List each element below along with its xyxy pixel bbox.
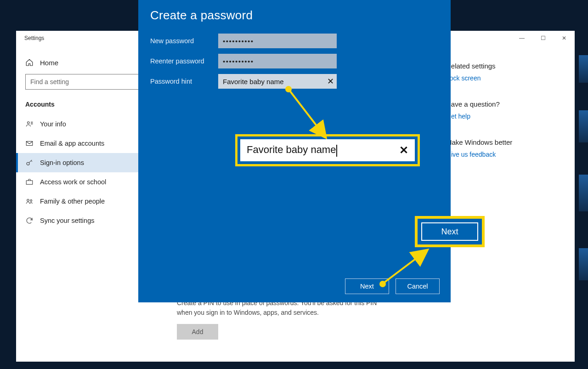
new-password-label: New password [150, 37, 209, 45]
user-icon [25, 120, 34, 128]
annotation-dot [285, 86, 292, 92]
better-heading: Make Windows better [446, 138, 561, 146]
cancel-button[interactable]: Cancel [396, 278, 440, 294]
get-help-link[interactable]: Get help [446, 113, 561, 120]
svg-rect-3 [26, 181, 33, 184]
nav-label: Your info [40, 120, 66, 128]
related-settings-heading: Related settings [446, 62, 561, 70]
callout-hint-text: Favorite baby name [247, 144, 337, 156]
svg-point-2 [27, 162, 29, 165]
nav-label: Family & other people [40, 198, 105, 205]
search-placeholder: Find a setting [30, 78, 149, 85]
annotation-dot [379, 281, 386, 287]
nav-label: Sync your settings [40, 217, 94, 224]
key-icon [25, 159, 34, 167]
svg-rect-1 [26, 142, 33, 146]
mail-icon [25, 139, 34, 148]
nav-label: Sign-in options [40, 159, 84, 166]
briefcase-icon [25, 178, 34, 186]
maximize-button[interactable]: ☐ [532, 31, 554, 45]
feedback-link[interactable]: Give us feedback [446, 151, 561, 158]
reenter-password-input[interactable] [218, 54, 337, 68]
home-label: Home [40, 59, 58, 67]
close-icon: ✕ [399, 144, 408, 157]
clear-hint-icon[interactable]: ✕ [327, 76, 334, 86]
callout-hint-zoom: Favorite baby name ✕ [235, 134, 420, 166]
window-title: Settings [24, 35, 44, 41]
svg-point-0 [28, 122, 30, 124]
close-button[interactable]: ✕ [554, 31, 575, 45]
sync-icon [25, 216, 34, 225]
dialog-title: Create a password [138, 8, 451, 31]
svg-point-4 [27, 199, 29, 202]
nav-label: Email & app accounts [40, 140, 104, 147]
home-icon [25, 58, 34, 67]
people-icon [25, 197, 34, 205]
question-heading: Have a question? [446, 100, 561, 108]
callout-next-zoom: Next [415, 216, 485, 247]
new-password-input[interactable] [218, 34, 337, 48]
callout-next-text: Next [441, 227, 458, 237]
lock-screen-link[interactable]: Lock screen [446, 74, 561, 82]
reenter-password-label: Reenter password [150, 57, 209, 65]
password-hint-input[interactable] [218, 74, 337, 89]
nav-label: Access work or school [40, 178, 106, 186]
right-column: Related settings Lock screen Have a ques… [441, 59, 561, 362]
minimize-button[interactable]: — [511, 31, 532, 45]
password-hint-label: Password hint [150, 78, 209, 85]
add-pin-button[interactable]: Add [177, 324, 218, 340]
search-input[interactable]: Find a setting [25, 74, 154, 90]
svg-point-5 [30, 200, 32, 202]
